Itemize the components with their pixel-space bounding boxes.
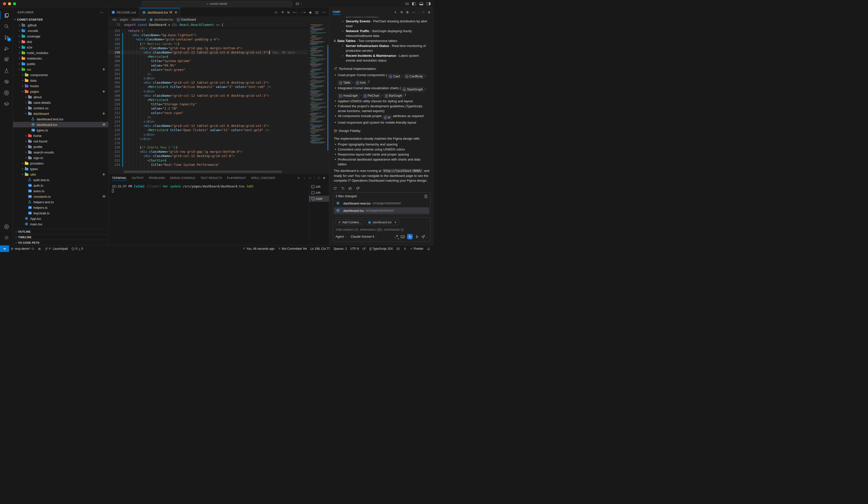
cursor-position-item[interactable]: Ln 198, Col 77 [309, 246, 332, 252]
code-line-215[interactable]: 215 <div className="grid-col-12 tablet:g… [108, 124, 307, 128]
code-chip-Table[interactable]: @Table [338, 81, 352, 85]
chat-input-card[interactable]: Add Context... dashboard.tsx ＋ Add conte… [333, 217, 431, 242]
notifications-bell-icon[interactable] [425, 246, 432, 252]
tree-folder-coverage[interactable]: ›coverage [13, 33, 108, 39]
git-compare-icon[interactable]: ⇆ [287, 11, 290, 14]
tree-folder-case-details[interactable]: ›case-details [13, 100, 108, 105]
extensions-activity-icon[interactable] [0, 54, 13, 65]
overview-ruler[interactable] [327, 22, 329, 173]
undo-icon[interactable] [341, 186, 344, 190]
tools-icon[interactable]: ⚠ [394, 235, 398, 239]
code-line-210[interactable]: 210 title="Storage Capacity" [108, 102, 307, 106]
code-line-200[interactable]: 200 title="System Uptime" [108, 59, 307, 63]
code-line-195[interactable]: 195 <div className="grid-container paddi… [108, 37, 307, 41]
chat-more-actions-icon[interactable]: ⋯ [412, 10, 416, 14]
code-line-208[interactable]: 208 <div className="grid-col-12 tablet:g… [108, 93, 307, 98]
tree-folder-utils[interactable]: ›utils [13, 172, 108, 177]
code-chip-AreaGraph[interactable]: @AreaGraph [338, 94, 360, 98]
tree-file-auth.ts[interactable]: TSauth.ts [13, 183, 108, 188]
diff-icon[interactable] [424, 194, 428, 198]
chat-input-placeholder[interactable]: Add context (#), extensions (@), command… [336, 228, 428, 232]
horizontal-scrollbar[interactable] [124, 171, 282, 173]
prev-change-icon[interactable]: ⇠◌ [293, 11, 298, 14]
code-line-198[interactable]: 198 <div className="grid-col-12 tablet:g… [108, 50, 307, 54]
minimize-window-button[interactable] [8, 2, 11, 5]
split-editor-icon[interactable]: ▯▯ [315, 11, 319, 14]
vscode-pets-section-header[interactable]: › VS CODE PETS [13, 240, 108, 245]
code-chip-BarGraph[interactable]: @BarGraph [384, 94, 404, 98]
copilot-status-icon[interactable] [395, 246, 402, 252]
git-branch-item[interactable]: mcp-demo* [9, 246, 36, 252]
tree-folder-public[interactable]: ›public [13, 61, 108, 66]
panel-tab-output[interactable]: OUTPUT [132, 174, 144, 182]
extension-status-icon[interactable] [402, 246, 409, 252]
tree-folder-search-results[interactable]: ›search-results [13, 150, 108, 155]
remote-indicator[interactable]: >< [0, 246, 9, 252]
code-line-220[interactable]: 220 {/* Charts Row 1 */} [108, 145, 307, 150]
breadcrumb-file[interactable]: dashboard.tsx [154, 18, 173, 21]
panel-tab-spell-checker[interactable]: SPELL CHECKER [251, 174, 275, 182]
search-activity-icon[interactable] [0, 21, 13, 32]
tree-file-helpers.test.ts[interactable]: helpers.test.ts [13, 199, 108, 205]
chat-history-icon[interactable]: ⟲ [400, 11, 403, 14]
panel-tab-terminal[interactable]: TERMINAL [112, 174, 127, 182]
tree-folder-notebooks[interactable]: ›notebooks [13, 55, 108, 61]
tree-file-dashboard.tsx[interactable]: dashboard.tsxM [13, 122, 108, 127]
tree-folder-components[interactable]: ›components [13, 72, 108, 78]
timeline-icon[interactable]: ⟲ [281, 11, 284, 14]
chat-maximize-icon[interactable]: ⛶ [422, 11, 424, 14]
panel-tab-problems[interactable]: PROBLEMS [149, 174, 165, 182]
add-context-button[interactable]: Add Context... [335, 219, 363, 225]
breadcrumb-dashboard[interactable]: dashboard [132, 18, 146, 21]
terminal-instance-node[interactable]: >_node [309, 196, 329, 202]
chat-close-icon[interactable]: ✕ [427, 10, 431, 14]
code-line-204[interactable]: 204 </div> [108, 76, 307, 80]
toggle-panel-icon[interactable] [420, 2, 423, 5]
code-line-216[interactable]: 216 <MetricCard title="Open Tickets" val… [108, 128, 307, 132]
next-change-icon[interactable]: ◌⇢ [301, 11, 306, 14]
accounts-icon[interactable] [0, 221, 13, 232]
code-line-207[interactable]: 207 </div> [108, 89, 307, 93]
panel-tab-playwright[interactable]: PLAYWRIGHT [227, 174, 246, 182]
gitlens-activity-icon[interactable] [0, 76, 13, 87]
terminal-output[interactable]: 12:15:37 PM [vite] (client) hmr update /… [108, 182, 309, 245]
blame-item[interactable]: You, 48 seconds ago [241, 246, 276, 252]
explorer-more-actions-icon[interactable]: ⋯ [100, 10, 104, 14]
tree-root-comet-starter[interactable]: › COMET-STARTER [13, 17, 108, 22]
code-line-206[interactable]: 206 <MetricCard title="Active Requests" … [108, 85, 307, 89]
code-line-199[interactable]: 199 <MetricCard [108, 54, 307, 59]
code-line-224[interactable]: 224 title="Real-Time System Performance" [108, 163, 307, 167]
context-chip-dashboard-tsx[interactable]: dashboard.tsx ＋ [365, 219, 399, 225]
code-chip-Card[interactable]: @Card [388, 74, 401, 79]
changed-file-dashboard-new.tsx[interactable]: dashboard-new.tsxsrc/pages/dashboard [334, 200, 429, 206]
code-chip-CardBody[interactable]: @CardBody [404, 74, 424, 79]
problems-item[interactable]: 0 △ 0 [70, 246, 85, 252]
code-line-218[interactable]: 218 </div> [108, 137, 307, 141]
tree-file-axios.ts[interactable]: TSaxios.ts [13, 188, 108, 194]
tree-file-App.tsx[interactable]: App.tsx [13, 216, 108, 222]
code-chip-StackGraph[interactable]: @StackGraph [402, 87, 424, 92]
close-tab-icon[interactable]: ✕ [175, 11, 177, 14]
encoding-item[interactable]: UTF-8 [349, 246, 361, 252]
microphone-icon[interactable] [415, 235, 419, 239]
customize-layout-icon[interactable] [406, 2, 409, 5]
run-file-icon[interactable]: ▷ [275, 10, 278, 14]
panel-tab-test-results[interactable]: TEST RESULTS [200, 174, 222, 182]
tree-folder-pages[interactable]: ›pages [13, 89, 108, 94]
code-line-194[interactable]: 194 <div className="bg-base-lightest"> [108, 33, 307, 37]
panel-tab-debug-console[interactable]: DEBUG CONSOLE [170, 174, 195, 182]
outline-section-header[interactable]: › OUTLINE [13, 229, 108, 234]
tree-file-types.ts[interactable]: TStypes.ts [13, 127, 108, 133]
code-line-193[interactable]: 193 return ( [108, 29, 307, 33]
terminal-instance-zsh[interactable]: >_zsh [309, 190, 329, 196]
code-chip-PieChart[interactable]: @PieChart [362, 94, 381, 98]
tree-folder-contact-us[interactable]: ›contact-us [13, 105, 108, 111]
terminal-instance-zsh[interactable]: >_zsh [309, 184, 329, 190]
tree-folder-node_modules[interactable]: ›node_modules [13, 50, 108, 55]
code-line-209[interactable]: 209 <MetricCard [108, 98, 307, 102]
breadcrumb-symbol[interactable]: Dashboard [181, 18, 196, 21]
explorer-activity-icon[interactable] [0, 10, 13, 21]
docker-activity-icon[interactable] [0, 98, 13, 109]
changed-file-dashboard.tsx[interactable]: dashboard.tsxsrc/pages/dashboard [334, 207, 429, 214]
tree-folder-dist[interactable]: ›dist [13, 39, 108, 44]
